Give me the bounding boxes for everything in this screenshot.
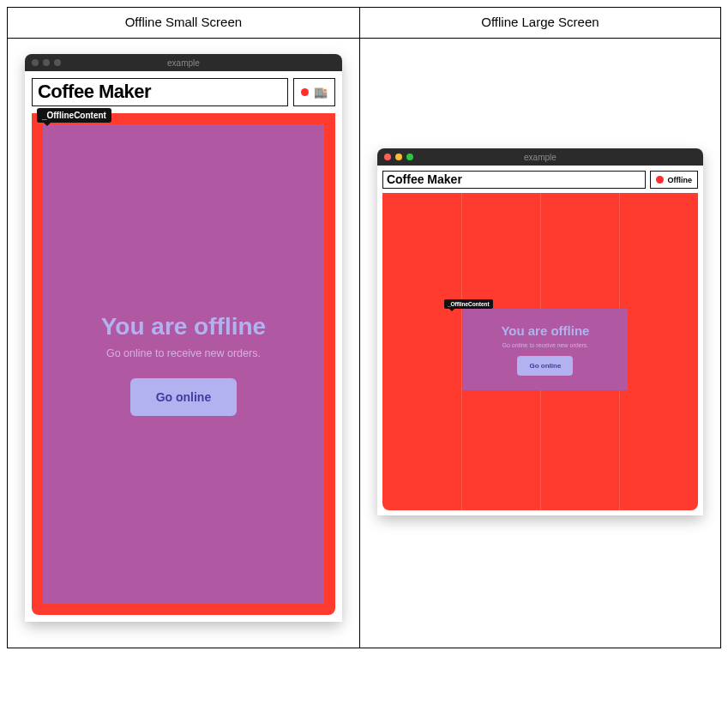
- window-title: example: [25, 58, 342, 68]
- cell-small-screen: example Coffee Maker 🏬 _OfflineContent Y…: [8, 39, 360, 648]
- brand-title: Coffee Maker: [32, 78, 288, 106]
- window-title: example: [377, 153, 703, 162]
- offline-status-dot-icon: [656, 176, 664, 184]
- column-header-large: Offline Large Screen: [359, 8, 720, 39]
- offline-subheading: Go online to receive new orders.: [106, 347, 261, 359]
- app-frame: Coffee Maker Offline _OfflineContent You…: [377, 166, 703, 515]
- brand-title: Coffee Maker: [382, 171, 647, 189]
- app-frame: Coffee Maker 🏬 _OfflineContent You are o…: [25, 71, 342, 622]
- offline-status-dot-icon: [301, 88, 309, 96]
- comparison-table: Offline Small Screen Offline Large Scree…: [7, 7, 721, 648]
- app-header: Coffee Maker Offline: [382, 171, 698, 189]
- window-titlebar: example: [25, 54, 342, 71]
- store-icon: 🏬: [314, 87, 328, 98]
- cell-large-screen: example Coffee Maker Offline: [359, 39, 720, 648]
- column-header-small: Offline Small Screen: [8, 8, 360, 39]
- status-box[interactable]: Offline: [650, 171, 698, 189]
- browser-window-small: example Coffee Maker 🏬 _OfflineContent Y…: [25, 54, 342, 622]
- offline-canvas: _OfflineContent You are offline Go onlin…: [382, 193, 698, 510]
- offline-subheading: Go online to receive new orders.: [502, 342, 589, 348]
- offline-heading: You are offline: [501, 323, 589, 338]
- offline-heading: You are offline: [101, 313, 266, 340]
- go-online-button[interactable]: Go online: [517, 356, 573, 376]
- annotation-badge: _OfflineContent: [37, 108, 111, 123]
- grid-guide: [461, 193, 462, 510]
- status-box[interactable]: 🏬: [293, 78, 335, 106]
- go-online-button[interactable]: Go online: [130, 378, 238, 416]
- window-titlebar: example: [377, 148, 703, 166]
- app-header: Coffee Maker 🏬: [32, 78, 335, 106]
- annotation-badge: _OfflineContent: [444, 299, 493, 309]
- browser-window-large: example Coffee Maker Offline: [377, 148, 703, 515]
- offline-content-overlay: You are offline Go online to receive new…: [43, 124, 324, 604]
- offline-canvas: _OfflineContent You are offline Go onlin…: [32, 113, 335, 615]
- status-label: Offline: [667, 176, 692, 184]
- offline-content-overlay: _OfflineContent You are offline Go onlin…: [463, 309, 628, 390]
